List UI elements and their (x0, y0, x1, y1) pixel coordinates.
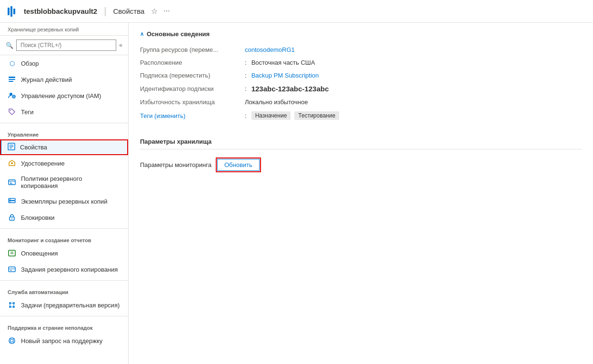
azure-logo (8, 6, 15, 17)
top-bar: testblobbackupvault2 | Свойства ☆ ··· (0, 0, 593, 23)
search-icon: 🔍 (6, 42, 13, 49)
title-separator: | (104, 6, 106, 17)
update-button[interactable]: Обновить (217, 159, 260, 171)
alerts-icon (8, 249, 16, 257)
resource-name: testblobbackupvault2 (24, 7, 97, 15)
prop-value-subscription-id: : 123abc-123abc-123abc (245, 82, 582, 96)
redundancy-value: Локально избыточное (245, 98, 308, 106)
backup-instances-icon (8, 197, 16, 206)
sidebar-item-properties[interactable]: Свойства (0, 139, 128, 155)
resource-type-label: Хранилище резервных копий (0, 23, 128, 36)
section-chevron-icon: ∧ (140, 31, 144, 37)
more-options-icon[interactable]: ··· (163, 7, 170, 16)
properties-icon (8, 143, 15, 152)
nav-divider-monitoring (0, 228, 128, 229)
nav-divider-automation (0, 280, 128, 281)
page-title: Свойства (113, 7, 144, 15)
activity-log-icon (8, 75, 16, 84)
sidebar-item-backup-jobs[interactable]: Задания резервного копирования (0, 261, 128, 277)
backup-policies-icon (8, 178, 16, 187)
sidebar-collapse-icon[interactable]: « (119, 42, 122, 49)
section-label-automation: Служба автоматизации (0, 284, 128, 297)
essentials-section-title: Основные сведения (147, 30, 210, 38)
tags-icon (8, 108, 16, 116)
prop-value-resource-group: contosodemoRG1 (245, 43, 582, 56)
backup-jobs-icon (8, 265, 16, 274)
svg-point-3 (10, 93, 12, 96)
sidebar-item-alerts[interactable]: Оповещения (0, 245, 128, 261)
nav-divider-support (0, 316, 128, 316)
prop-label-location: Расположение (140, 56, 245, 69)
sidebar-item-locks[interactable]: Блокировки (0, 209, 128, 226)
section-label-monitoring: Мониторинг и создание отчетов (0, 232, 128, 245)
tags-edit-link[interactable]: Теги (изменить) (140, 112, 185, 119)
section-label-support: Поддержка и страние неполадок (0, 319, 128, 333)
monitoring-label: Параметры мониторинга (140, 161, 211, 168)
tasks-icon (8, 301, 16, 309)
content-area: ∧ Основные сведения Группа ресурсов (пер… (129, 23, 593, 364)
svg-point-13 (11, 162, 13, 164)
subscription-link[interactable]: Backup PM Subscription (251, 72, 319, 79)
sidebar-item-overview-label: Обзор (21, 60, 39, 67)
prop-label-subscription-id: Идентификатор подписки (140, 82, 245, 95)
sidebar-item-alerts-label: Оповещения (21, 250, 58, 257)
sidebar-item-activity-log[interactable]: Журнал действий (0, 71, 128, 88)
sidebar-item-backup-policies-label: Политики резервного копирования (21, 175, 121, 189)
support-icon (8, 336, 16, 345)
iam-icon (8, 91, 16, 100)
svg-point-33 (13, 306, 15, 308)
svg-rect-24 (9, 250, 15, 256)
sidebar-item-locks-label: Блокировки (21, 214, 55, 221)
sidebar-search-container: 🔍 « (0, 36, 128, 55)
svg-rect-1 (9, 79, 15, 80)
properties-grid: Группа ресурсов (переме... contosodemoRG… (140, 43, 582, 123)
storage-section-title: Параметры хранилища (140, 138, 211, 145)
sidebar-item-new-support[interactable]: Новый запрос на поддержку (0, 333, 128, 349)
sidebar-item-identity[interactable]: Удостоверение (0, 155, 128, 171)
svg-point-32 (9, 306, 11, 308)
prop-value-redundancy: Локально избыточное (245, 96, 582, 108)
svg-rect-0 (9, 77, 15, 78)
svg-point-31 (13, 302, 15, 304)
section-label-management: Управление (0, 126, 128, 139)
subscription-id-value: 123abc-123abc-123abc (251, 85, 329, 93)
main-layout: Хранилище резервных копий 🔍 « ⬡ Обзор Жу… (0, 23, 593, 364)
sidebar-item-tasks[interactable]: Задачи (предварительная версия) (0, 297, 128, 313)
sidebar-item-iam[interactable]: Управление доступом (IAM) (0, 88, 128, 104)
nav-divider-management (0, 123, 128, 123)
sidebar-item-overview[interactable]: ⬡ Обзор (0, 55, 128, 71)
sidebar-item-tasks-label: Задачи (предварительная версия) (21, 302, 120, 309)
svg-point-7 (10, 110, 11, 111)
sidebar-item-new-support-label: Новый запрос на поддержку (21, 337, 102, 344)
sidebar-item-tags[interactable]: Теги (0, 104, 128, 120)
sidebar-item-iam-label: Управление доступом (IAM) (21, 92, 101, 99)
sidebar-item-backup-policies[interactable]: Политики резервного копирования (0, 171, 128, 193)
sidebar-item-identity-label: Удостоверение (21, 160, 65, 167)
essentials-section-header[interactable]: ∧ Основные сведения (140, 30, 582, 38)
identity-icon (8, 159, 16, 167)
locks-icon (8, 213, 16, 222)
storage-section-header: Параметры хранилища (140, 134, 582, 149)
sidebar-nav: ⬡ Обзор Журнал действий Управление досту… (0, 55, 128, 364)
monitoring-params-row: Параметры мониторинга Обновить (140, 155, 582, 175)
favorite-icon[interactable]: ☆ (151, 7, 158, 16)
prop-label-tags: Теги (изменить) (140, 109, 245, 122)
overview-icon: ⬡ (8, 59, 16, 68)
sidebar-item-activity-log-label: Журнал действий (21, 76, 72, 83)
svg-point-30 (9, 302, 11, 304)
prop-value-tags: : Назначение Тестирование (245, 108, 582, 123)
svg-rect-2 (9, 81, 13, 82)
search-input[interactable] (16, 39, 116, 51)
sidebar-item-backup-instances-label: Экземпляры резервных копий (21, 198, 108, 205)
svg-point-39 (10, 339, 13, 342)
prop-label-subscription: Подписка (переместить) (140, 69, 245, 82)
resource-group-link[interactable]: contosodemoRG1 (245, 46, 295, 53)
tag-testing: Тестирование (294, 111, 339, 120)
prop-value-subscription: : Backup PM Subscription (245, 69, 582, 82)
prop-label-redundancy: Избыточность хранилища (140, 96, 245, 108)
sidebar-item-tags-label: Теги (21, 108, 33, 116)
prop-value-location: : Восточная часть США (245, 56, 582, 69)
top-bar-actions: ☆ ··· (151, 7, 170, 16)
sidebar-item-backup-jobs-label: Задания резервного копирования (21, 266, 118, 273)
sidebar-item-backup-instances[interactable]: Экземпляры резервных копий (0, 193, 128, 209)
